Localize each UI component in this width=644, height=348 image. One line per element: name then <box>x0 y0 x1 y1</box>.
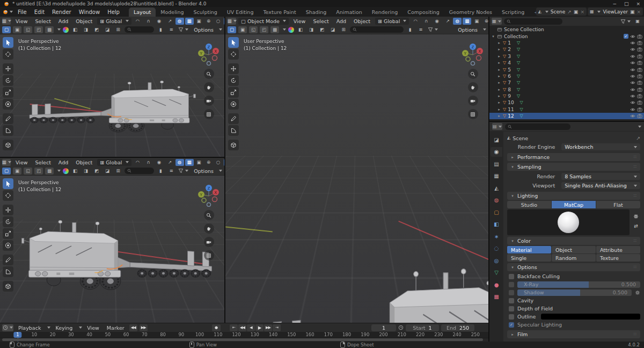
shading-wireframe-icon[interactable]: ⊕ <box>204 18 213 25</box>
properties-editor-type-dropdown[interactable]: ▤ <box>492 123 502 130</box>
camera-view-icon[interactable] <box>204 96 214 106</box>
select-box-tool[interactable] <box>228 37 239 48</box>
constraints-tab[interactable]: ◎ <box>491 256 502 265</box>
eye-icon[interactable] <box>630 100 635 105</box>
outliner-row-object-7[interactable]: ▸▽7▽ <box>489 79 644 86</box>
outliner-row-object-2[interactable]: ▸▽2▽ <box>489 46 644 53</box>
outliner-row-object-6[interactable]: ▸▽6▽ <box>489 73 644 79</box>
color-wheel-icon[interactable] <box>63 27 69 33</box>
filter-icon[interactable] <box>178 168 189 175</box>
pin-scene-icon[interactable]: ↗ <box>567 9 572 15</box>
scene-tab[interactable]: ◭ <box>491 183 502 193</box>
snap-target-dropdown[interactable]: ◠ <box>134 18 142 25</box>
rotate-tool[interactable] <box>228 75 239 86</box>
gizmo-dropdown[interactable]: ◍ <box>175 159 184 166</box>
eye-icon[interactable] <box>630 80 635 85</box>
select-mode-lasso[interactable]: ◰ <box>34 26 43 33</box>
camera-render-icon[interactable] <box>637 113 642 119</box>
show-gizmos-icon[interactable]: ◨ <box>82 26 90 33</box>
viewport-options-dropdown[interactable]: Options <box>191 168 216 175</box>
remove-viewlayer-icon[interactable]: × <box>636 9 641 15</box>
viewlayer-selector[interactable]: ▦ ViewLayer ▣ × <box>588 8 643 16</box>
viewport-menu-object[interactable]: Object <box>73 18 95 25</box>
timeline-editor[interactable]: Playback Keying View Marker ◀◀ ▶▶ ● ⇤ ◀◀… <box>0 323 488 342</box>
eye-icon[interactable] <box>630 54 635 59</box>
sampling-section-header[interactable]: ▾Sampling∷ <box>507 163 640 171</box>
ortho-grid-icon[interactable] <box>468 109 478 119</box>
view-object-types-dropdown[interactable]: ≡ <box>416 26 425 33</box>
camera-render-icon[interactable] <box>637 67 642 73</box>
transform-tool[interactable] <box>3 99 13 110</box>
show-object-types-icon[interactable]: ◧ <box>71 168 79 175</box>
matcap-flip-icon[interactable]: ⇄ <box>634 223 638 229</box>
outliner-row-object-12[interactable]: ▸▽12▽ <box>489 113 644 119</box>
shading-solid-icon[interactable]: ○ <box>214 159 223 166</box>
viewport-menu-object[interactable]: Object <box>73 159 95 166</box>
eye-icon[interactable] <box>630 34 635 39</box>
eye-icon[interactable] <box>630 67 635 73</box>
shading-wireframe-icon[interactable]: ⊕ <box>482 18 488 25</box>
new-scene-icon[interactable]: ▣ <box>574 9 579 15</box>
specular-lighting-checkbox[interactable]: ✓ <box>509 322 514 328</box>
shadow-checkbox[interactable] <box>509 290 514 295</box>
axis-navigation-gizmo[interactable]: ZYX <box>197 42 221 66</box>
color-wheel-icon[interactable] <box>288 27 294 33</box>
object-mode-dropdown[interactable]: ▢Object Mode <box>238 18 289 25</box>
viewport-menu-object[interactable]: Object <box>351 18 373 25</box>
axis-navigation-gizmo[interactable]: ZYX <box>197 183 221 207</box>
matcap-preview[interactable] <box>507 209 630 235</box>
snap-magnet-icon[interactable]: ∩ <box>422 18 430 25</box>
new-viewlayer-icon[interactable]: ▣ <box>630 9 635 15</box>
camera-render-icon[interactable] <box>637 47 642 52</box>
scale-tool[interactable] <box>3 87 13 98</box>
shadow-slider[interactable]: Shadow 0.500 <box>517 289 632 296</box>
workspace-tab-layout[interactable]: Layout <box>129 8 156 17</box>
scale-tool[interactable] <box>228 87 239 98</box>
camera-render-icon[interactable] <box>637 54 642 59</box>
show-gizmos-icon[interactable]: ◨ <box>82 168 90 175</box>
camera-render-icon[interactable] <box>637 93 642 99</box>
physics-tab[interactable]: ◌ <box>491 244 502 253</box>
disclosure-icon[interactable]: ▾ <box>491 34 495 39</box>
annotation-icon[interactable]: ⊞ <box>114 168 122 175</box>
pivot-point-dropdown[interactable]: ↗ <box>443 18 452 25</box>
move-tool[interactable] <box>3 205 13 215</box>
viewport-menu-select[interactable]: Select <box>33 159 54 166</box>
color-mode-attribute[interactable]: Attribute <box>596 246 640 253</box>
gizmo-dropdown[interactable]: ◍ <box>453 18 462 25</box>
pivot-point-dropdown[interactable]: ↗ <box>166 18 174 25</box>
viewport-search-input[interactable] <box>350 26 404 33</box>
select-mode-box[interactable]: ▣ <box>238 26 247 33</box>
lighting-section-header[interactable]: ▾Lighting∷ <box>507 192 640 200</box>
viewport-menu-view[interactable]: View <box>291 18 309 25</box>
gizmo-dropdown[interactable]: ◍ <box>175 18 184 25</box>
transform-orientation-dropdown[interactable]: ⊞Global <box>97 159 131 166</box>
shading-material-icon[interactable]: ● <box>224 159 225 166</box>
next-keyframe-button[interactable]: ▶▶ <box>264 324 272 331</box>
add-cube-tool[interactable] <box>3 140 13 150</box>
minimize-button[interactable]: − <box>612 1 617 6</box>
viewport-menu-add[interactable]: Add <box>56 159 71 166</box>
render-engine-dropdown[interactable]: Workbench <box>561 143 640 150</box>
outliner-row-object-11[interactable]: ▸▽11▽ <box>489 106 644 113</box>
rotate-tool[interactable] <box>3 75 13 86</box>
select-mode-box[interactable]: ▣ <box>13 168 21 175</box>
xray-checkbox[interactable] <box>509 282 514 287</box>
camera-render-icon[interactable] <box>637 100 642 105</box>
cavity-checkbox[interactable] <box>509 298 514 303</box>
viewport-main[interactable]: ▦▢Object ModeViewSelectAddObject⊞Global◠… <box>225 17 488 323</box>
select-mode-box[interactable]: ▣ <box>13 26 21 33</box>
matcap-sphere[interactable] <box>558 212 579 233</box>
object-tab[interactable]: ▢ <box>491 207 502 217</box>
xray-toggle[interactable]: ▣ <box>472 18 481 25</box>
menu-render[interactable]: Render <box>48 8 75 16</box>
backface-culling-checkbox[interactable] <box>509 274 514 279</box>
pan-hand-icon[interactable] <box>204 82 214 92</box>
camera-render-icon[interactable] <box>637 74 642 79</box>
annotation-icon[interactable]: ⊞ <box>339 26 348 33</box>
show-overlays-icon[interactable]: ◩ <box>318 26 326 33</box>
workspace-tab-animation[interactable]: Animation <box>331 8 367 17</box>
disclosure-icon[interactable]: ▸ <box>497 68 501 72</box>
select-mode-circle[interactable]: ◱ <box>249 26 258 33</box>
filter-icon[interactable] <box>427 26 438 33</box>
